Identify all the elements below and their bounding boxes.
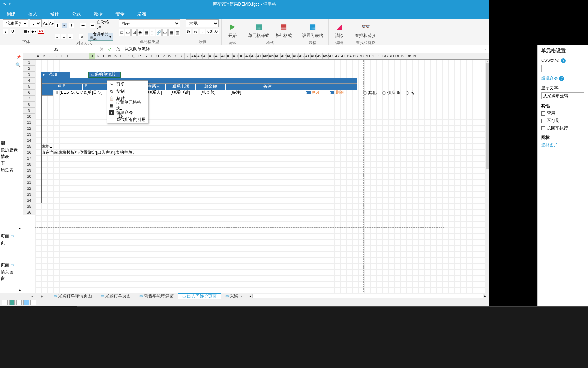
col-header-W[interactable]: W — [167, 53, 173, 59]
display-text-input[interactable] — [541, 92, 584, 99]
conditional-button[interactable]: ▤ 条件格式 — [273, 19, 294, 40]
menu-security[interactable]: 安全 — [109, 9, 131, 19]
row-header-14[interactable]: 14 — [23, 137, 35, 143]
col-header-D[interactable]: D — [53, 53, 59, 59]
celltype-combo[interactable]: 按钮 — [119, 19, 180, 27]
css-class-input[interactable] — [541, 65, 584, 72]
font-family-combo[interactable]: 软雅黑(主题) — [3, 19, 28, 27]
col-header-B[interactable]: B — [41, 53, 47, 59]
col-header-BA[interactable]: BA — [346, 53, 352, 59]
tree-item[interactable]: 历史表 — [1, 167, 22, 173]
set-as-table-button[interactable]: ▦ 设置为表格 — [300, 19, 325, 40]
menu-insert[interactable]: 插入 — [22, 9, 44, 19]
invisible-checkbox[interactable] — [541, 119, 545, 123]
select-all-corner[interactable] — [23, 53, 35, 59]
tree-item[interactable]: 期 — [1, 140, 22, 147]
border-icon[interactable]: ▦▾ — [24, 29, 30, 34]
col-header-BE[interactable]: BE — [370, 53, 376, 59]
row-header-4[interactable]: 4 — [23, 78, 35, 84]
menu-create[interactable]: 创建 — [0, 9, 22, 19]
col-header-AB[interactable]: AB — [197, 53, 203, 59]
underline-icon[interactable]: U — [10, 29, 15, 34]
status-icon-2[interactable] — [9, 300, 15, 305]
dec-dec-icon[interactable]: .0 — [213, 29, 219, 34]
col-header-AX[interactable]: AX — [329, 53, 334, 59]
row-header-7[interactable]: 7 — [23, 96, 35, 102]
col-header-BI[interactable]: BI — [394, 53, 400, 59]
col-header-AN[interactable]: AN — [269, 53, 275, 59]
row-header-19[interactable]: 19 — [23, 167, 35, 173]
row-header-12[interactable]: 12 — [23, 125, 35, 131]
ct-2[interactable]: ▭ — [125, 29, 130, 36]
col-header-K[interactable]: K — [95, 53, 101, 59]
tab-1[interactable]: ▭采购订单页面 — [96, 293, 135, 299]
col-header-BL[interactable]: BL — [412, 53, 418, 59]
col-header-AK[interactable]: AK — [251, 53, 257, 59]
menu-design[interactable]: 设计 — [44, 9, 65, 19]
col-header-X[interactable]: X — [173, 53, 179, 59]
row-header-11[interactable]: 11 — [23, 119, 35, 125]
pin-icon[interactable]: 📌 — [17, 55, 21, 59]
col-header-H[interactable]: H — [77, 53, 83, 59]
col-header-BH[interactable]: BH — [388, 53, 394, 59]
edit-row-button[interactable]: ▸_ 更改 — [306, 90, 320, 96]
col-header-AM[interactable]: AM — [263, 53, 269, 59]
accept-formula-icon[interactable]: ✓ — [106, 46, 114, 53]
col-header-AP[interactable]: AP — [281, 53, 287, 59]
tab-0[interactable]: ▭采购订单详情页面 — [49, 293, 96, 299]
col-header-V[interactable]: V — [161, 53, 167, 59]
col-header-AL[interactable]: AL — [257, 53, 263, 59]
tab-nav-first[interactable]: ◂ — [31, 294, 33, 299]
col-header-Z[interactable]: Z — [185, 53, 191, 59]
font-size-combo[interactable]: 11 — [30, 19, 42, 27]
indent-dec-icon[interactable]: ⇤ — [80, 23, 86, 28]
add-button[interactable]: ▸_ 添加 — [41, 72, 70, 78]
status-icon-3[interactable] — [16, 300, 22, 305]
col-header-AV[interactable]: AV — [317, 53, 323, 59]
col-header-AU[interactable]: AU — [311, 53, 317, 59]
row-header-15[interactable]: 15 — [23, 143, 35, 149]
align-center-icon[interactable]: ≡ — [61, 34, 66, 39]
radio-other[interactable] — [363, 91, 367, 95]
menu-formula[interactable]: 公式 — [65, 9, 87, 19]
help-icon[interactable]: ? — [561, 58, 566, 63]
percent-icon[interactable]: % — [193, 29, 198, 34]
tree-item[interactable]: 表 — [1, 160, 22, 167]
col-header-AF[interactable]: AF — [221, 53, 227, 59]
col-header-A[interactable]: A — [35, 53, 41, 59]
tab-3[interactable]: ▭出入库维护页面 — [178, 293, 221, 299]
col-header-C[interactable]: C — [47, 53, 53, 59]
ct-9[interactable]: ▦ — [168, 29, 174, 36]
col-header-E[interactable]: E — [59, 53, 65, 59]
status-icon-4[interactable] — [23, 300, 29, 305]
ct-3[interactable]: ☑ — [131, 29, 137, 36]
col-header-BD[interactable]: BD — [364, 53, 370, 59]
italic-icon[interactable]: I — [3, 29, 8, 34]
left-collapse-icon[interactable]: ▴ — [19, 226, 21, 292]
col-header-AA[interactable]: AA — [191, 53, 197, 59]
col-header-AC[interactable]: AC — [203, 53, 209, 59]
cell-style-button[interactable]: ▦ 单元格样式 — [246, 19, 271, 40]
increase-font-icon[interactable]: A▴ — [43, 20, 48, 26]
delete-row-button[interactable]: ▸_ 删除 — [330, 90, 344, 96]
row-header-1[interactable]: 1 — [23, 60, 35, 66]
col-header-Q[interactable]: Q — [131, 53, 137, 59]
col-header-S[interactable]: S — [143, 53, 149, 59]
col-header-AS[interactable]: AS — [299, 53, 305, 59]
indent-inc-icon[interactable]: ⇥ — [79, 34, 83, 39]
qat-dropdown-icon[interactable]: ▾ — [9, 2, 11, 7]
row-header-17[interactable]: 17 — [23, 155, 35, 161]
row-header-24[interactable]: 24 — [23, 197, 35, 203]
col-header-AO[interactable]: AO — [275, 53, 281, 59]
align-left-icon[interactable]: ≡ — [55, 34, 60, 39]
col-header-J[interactable]: J — [89, 53, 95, 59]
row-header-3[interactable]: 3 — [23, 72, 35, 78]
row-header-16[interactable]: 16 — [23, 149, 35, 155]
col-header-I[interactable]: I — [83, 53, 89, 59]
ctx-copy[interactable]: ⧉复制 — [107, 88, 148, 95]
cancel-formula-icon[interactable]: ✕ — [97, 46, 106, 53]
purchase-flow-button[interactable]: ▭ 采购单流转 — [88, 72, 121, 78]
col-header-BG[interactable]: BG — [382, 53, 388, 59]
row-header-25[interactable]: 25 — [23, 203, 35, 209]
row-header-10[interactable]: 10 — [23, 114, 35, 119]
